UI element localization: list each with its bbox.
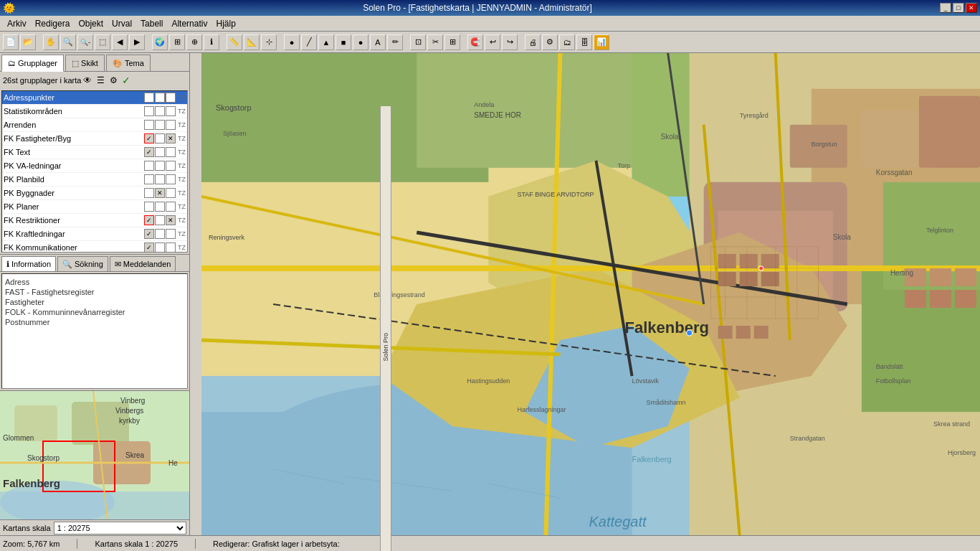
check1[interactable]: ✓ [144, 242, 154, 253]
check1[interactable] [144, 106, 154, 116]
menu-redigera[interactable]: Redigera [31, 17, 75, 30]
tab-sokning[interactable]: 🔍 Sökning [57, 256, 108, 271]
layer-row-pk-planer[interactable]: PK Planer TZ [2, 200, 187, 214]
check1[interactable]: ✓ [144, 215, 154, 225]
check2[interactable] [155, 93, 165, 103]
eye-icon[interactable]: 👁 [81, 74, 94, 87]
check2[interactable]: ✕ [155, 188, 165, 198]
tb-zoom-in[interactable]: 🔍 [60, 34, 76, 50]
restore-button[interactable]: □ [953, 3, 964, 13]
check1[interactable] [144, 188, 154, 198]
check3[interactable] [166, 229, 176, 239]
check2[interactable] [155, 215, 165, 225]
tb-undo[interactable]: ↩ [485, 34, 500, 50]
tb-node[interactable]: ⊡ [410, 34, 426, 50]
menu-tabell[interactable]: Tabell [136, 17, 167, 30]
tab-tema[interactable]: 🎨 Tema [106, 55, 151, 71]
green-check-icon[interactable]: ✓ [120, 74, 133, 87]
check2[interactable] [155, 147, 165, 157]
check1[interactable]: ✓ [144, 229, 154, 239]
tb-rect[interactable]: ■ [336, 34, 351, 50]
tb-point[interactable]: ● [284, 34, 300, 50]
tb-edit[interactable]: ✏ [387, 34, 403, 50]
tb-open[interactable]: 📂 [20, 34, 36, 50]
minimize-button[interactable]: _ [940, 3, 951, 13]
tb-chart[interactable]: 📊 [594, 34, 609, 50]
menu-hjalp[interactable]: Hjälp [211, 17, 239, 30]
check2[interactable] [155, 120, 165, 130]
tb-measure2[interactable]: 📐 [244, 34, 260, 50]
tb-zoom-next[interactable]: ▶ [129, 34, 145, 50]
check1[interactable] [144, 202, 154, 212]
check3[interactable]: ✕ [166, 133, 176, 143]
check2[interactable] [155, 229, 165, 239]
check3[interactable] [166, 106, 176, 116]
info-folk[interactable]: FOLK - Kommuninnevånarregister [5, 307, 184, 317]
tb-settings[interactable]: ⚙ [542, 34, 558, 50]
tb-redo[interactable]: ↪ [502, 34, 518, 50]
check2[interactable] [155, 161, 165, 171]
check2[interactable] [155, 174, 165, 184]
tb-layers-btn[interactable]: 🗂 [559, 34, 575, 50]
tb-print[interactable]: 🖨 [525, 34, 541, 50]
check2[interactable] [155, 133, 165, 143]
layer-row-arrenden[interactable]: Arrenden TZ [2, 118, 187, 132]
tb-zoom-out[interactable]: 🔍- [77, 34, 93, 50]
check1[interactable]: ✓ [144, 147, 154, 157]
scale-select[interactable]: 1 : 5000 1 : 10000 1 : 20275 1 : 50000 1… [54, 522, 186, 534]
tb-new[interactable]: 📄 [3, 34, 19, 50]
layer-row-fk-restriktioner[interactable]: FK Restriktioner ✓ ✕ TZ [2, 214, 187, 227]
check3[interactable] [166, 120, 176, 130]
check1[interactable]: ✓ [144, 133, 154, 143]
tab-skikt[interactable]: ⬚ Skikt [65, 55, 105, 71]
info-fast[interactable]: FAST - Fastighetsregister [5, 287, 184, 297]
menu-objekt[interactable]: Objekt [74, 17, 108, 30]
layer-row-pk-planbild[interactable]: PK Planbild TZ [2, 173, 187, 187]
tb-text[interactable]: A [370, 34, 386, 50]
check3[interactable]: ✕ [166, 215, 176, 225]
menu-arkiv[interactable]: Arkiv [3, 17, 31, 30]
info-postnummer[interactable]: Postnummer [5, 317, 184, 327]
layer-row-fk-kommunikationer[interactable]: FK Kommunikationer ✓ TZ [2, 241, 187, 253]
tb-merge[interactable]: ⊞ [444, 34, 460, 50]
menu-urval[interactable]: Urval [108, 17, 136, 30]
layer-row-fk-kraft[interactable]: FK Kraftledningar ✓ TZ [2, 227, 187, 241]
check1[interactable] [144, 161, 154, 171]
layer-row-pk-byggnader[interactable]: PK Byggnader ✕ TZ [2, 187, 187, 200]
check3[interactable] [166, 202, 176, 212]
tb-hand[interactable]: ✋ [43, 34, 59, 50]
layer-row-fk-text[interactable]: FK Text ✓ TZ [2, 146, 187, 159]
check2[interactable] [155, 242, 165, 253]
check3[interactable] [166, 174, 176, 184]
check1[interactable] [144, 93, 154, 103]
layer-row-statistik[interactable]: Statistikområden TZ [2, 105, 187, 118]
tb-zoom-prev[interactable]: ◀ [112, 34, 128, 50]
tb-polygon[interactable]: ▲ [318, 34, 334, 50]
title-bar-controls[interactable]: _ □ ✕ [940, 3, 977, 13]
check1[interactable] [144, 120, 154, 130]
tab-meddelanden[interactable]: ✉ Meddelanden [110, 256, 176, 271]
layer-row-pk-va[interactable]: PK VA-ledningar TZ [2, 159, 187, 173]
tb-circle[interactable]: ● [353, 34, 368, 50]
tb-line[interactable]: ╱ [301, 34, 317, 50]
check3[interactable] [166, 242, 176, 253]
tb-split[interactable]: ✂ [427, 34, 443, 50]
tb-measure[interactable]: 📏 [227, 34, 242, 50]
tab-information[interactable]: ℹ Information [1, 256, 56, 271]
check3[interactable] [166, 93, 176, 103]
layer-row-fk-fastigheter[interactable]: FK Fastigheter/Byg ✓ ✕ TZ [2, 132, 187, 146]
check3[interactable] [166, 161, 176, 171]
tab-grupplager[interactable]: 🗂 Grupplager [1, 55, 64, 72]
list-icon[interactable]: ☰ [94, 74, 107, 87]
tb-zoom-rect[interactable]: ⬚ [95, 34, 110, 50]
tb-select[interactable]: ⊕ [186, 34, 202, 50]
check2[interactable] [155, 202, 165, 212]
info-fastigheter[interactable]: Fastigheter [5, 297, 184, 307]
menu-alternativ[interactable]: Alternativ [167, 17, 211, 30]
tb-layer-extent[interactable]: ⊞ [169, 34, 185, 50]
close-button[interactable]: ✕ [966, 3, 977, 13]
map-area[interactable]: Falkenberg Kattegatt Skogstorp SMEDJE HO… [201, 53, 980, 535]
check1[interactable] [144, 174, 154, 184]
check3[interactable] [166, 188, 176, 198]
tb-full-extent[interactable]: 🌍 [152, 34, 168, 50]
